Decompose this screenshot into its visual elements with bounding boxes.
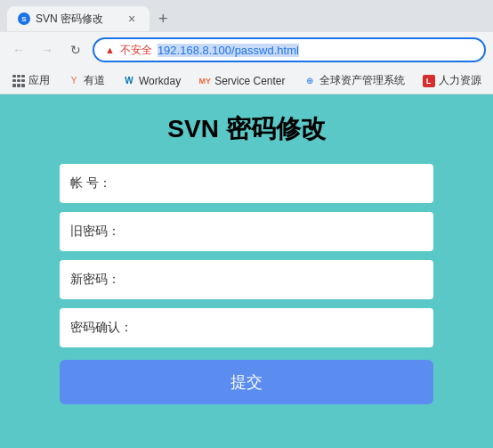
bookmark-hr[interactable]: L 人力资源 — [417, 71, 487, 90]
confirm-password-label: 密码确认： — [70, 320, 133, 336]
service-center-icon: MY — [198, 75, 211, 87]
refresh-icon: ↻ — [70, 43, 81, 57]
youdao-icon: Y — [68, 75, 80, 87]
back-button[interactable]: ← — [7, 38, 30, 61]
bookmark-asset-mgmt[interactable]: ⊕ 全球资产管理系统 — [298, 71, 410, 90]
address-text: 192.168.8.100/passwd.html — [158, 44, 473, 57]
workday-icon: W — [123, 75, 135, 87]
new-password-label: 新密码： — [70, 272, 133, 288]
bookmark-service-center[interactable]: MY Service Center — [193, 73, 290, 89]
page-title: SVN 密码修改 — [167, 112, 325, 146]
page-content: SVN 密码修改 帐 号： 旧密码： 新密码： 密码确认： 提交 — [0, 94, 493, 448]
bookmark-workday-label: Workday — [139, 75, 181, 87]
security-lock-icon: ▲ — [105, 45, 115, 55]
hr-icon: L — [423, 75, 435, 87]
old-password-label: 旧密码： — [70, 224, 133, 240]
old-password-row: 旧密码： — [60, 212, 433, 251]
bookmark-apps-label: 应用 — [28, 73, 50, 88]
forward-button[interactable]: → — [36, 38, 59, 61]
new-tab-button[interactable]: + — [153, 10, 174, 29]
nav-bar: ← → ↻ ▲ 不安全 192.168.8.100/passwd.html — [0, 32, 493, 68]
back-icon: ← — [12, 43, 25, 57]
tab-title: SVN 密码修改 — [36, 12, 103, 27]
confirm-password-row: 密码确认： — [60, 308, 433, 347]
address-bar[interactable]: ▲ 不安全 192.168.8.100/passwd.html — [93, 37, 486, 62]
refresh-button[interactable]: ↻ — [64, 38, 87, 61]
confirm-password-input[interactable] — [133, 321, 423, 335]
browser-chrome: S SVN 密码修改 × + ← → ↻ ▲ 不安全 192.168.8.100… — [0, 0, 493, 94]
tab-close-button[interactable]: × — [125, 12, 139, 26]
old-password-input[interactable] — [133, 224, 423, 239]
bookmarks-bar: 应用 Y 有道 W Workday MY Service Center ⊕ 全球… — [0, 68, 493, 94]
bookmark-service-center-label: Service Center — [214, 75, 285, 87]
apps-icon — [12, 75, 25, 87]
favicon-char: S — [21, 15, 26, 23]
bookmark-workday[interactable]: W Workday — [117, 73, 186, 89]
submit-button[interactable]: 提交 — [60, 360, 433, 404]
bookmark-apps[interactable]: 应用 — [7, 71, 55, 90]
tab-favicon: S — [18, 12, 30, 25]
insecure-label: 不安全 — [120, 43, 152, 58]
new-password-row: 新密码： — [60, 260, 433, 299]
bookmark-youdao[interactable]: Y 有道 — [62, 71, 110, 90]
forward-icon: → — [41, 43, 53, 57]
account-input[interactable] — [133, 176, 423, 191]
tab-bar: S SVN 密码修改 × + — [0, 0, 493, 32]
bookmark-hr-label: 人力资源 — [439, 73, 481, 88]
bookmark-asset-mgmt-label: 全球资产管理系统 — [319, 73, 405, 88]
address-highlight: 192.168.8.100/passwd.html — [158, 44, 299, 57]
browser-tab[interactable]: S SVN 密码修改 × — [7, 6, 150, 31]
form-container: 帐 号： 旧密码： 新密码： 密码确认： 提交 — [60, 164, 433, 404]
account-row: 帐 号： — [60, 164, 433, 203]
asset-mgmt-icon: ⊕ — [303, 75, 316, 87]
account-label: 帐 号： — [70, 175, 133, 191]
new-password-input[interactable] — [133, 273, 423, 287]
bookmark-youdao-label: 有道 — [84, 73, 105, 88]
